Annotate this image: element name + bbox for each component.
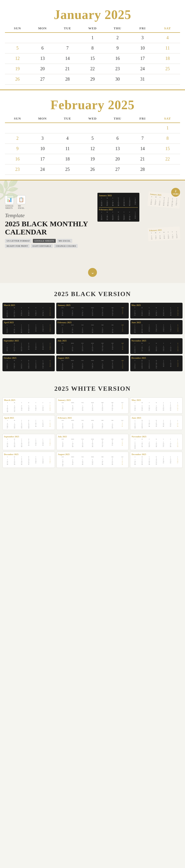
mini-jun-white-grid: SMTWTFS 1234567 891011121314 15161718192… xyxy=(131,420,181,429)
mini-feb-white-title: February 2025 xyxy=(58,416,127,419)
white-row-4: December 2025 SMTWTFS 123456 78910111213… xyxy=(2,452,183,468)
day-cell: 4 xyxy=(55,133,80,144)
promo-tags: US LETTER FORMAT GOOGLE SHEETS MS EXCEL … xyxy=(5,239,90,248)
tag-us-letter: US LETTER FORMAT xyxy=(5,239,32,243)
mini-march-title: March 2025 xyxy=(4,304,54,306)
day-cell: 22 xyxy=(80,64,105,74)
mini-dec1-white-grid: SMTWTFS 123456 78910111213 1415161718192… xyxy=(4,456,54,465)
mini-cal-dec-black: December 2025 SMTWTFS 123456 78910111213… xyxy=(130,355,183,371)
mini-cal-aug-black: August 2025 SUNMONTUEWEDTHUFRISAT 12 345… xyxy=(56,355,128,371)
black-row-1: March 2025 SMTWTFS 1 2345678 91011121314… xyxy=(2,303,183,318)
promo-section: 🌿 📊 GOOGLESHEETS 📋 MSEXCEL Template 2025… xyxy=(0,181,185,264)
mini-cal-dec2-white: December 2025 SMTWTFS 123456 78910111213… xyxy=(130,452,183,468)
mini-apr-grid: SMTWTFS 12345 6789101112 13141516171819 … xyxy=(4,324,54,333)
day-cell: 20 xyxy=(30,64,55,74)
day-cell: 25 xyxy=(55,164,80,175)
mini-nov-white-grid: SMTWTFS 1 2345678 9101112131415 16171819… xyxy=(131,439,181,449)
mini-may-grid: SMTWTFS 123 45678910 11121314151617 1819… xyxy=(131,307,181,316)
day-cell: 10 xyxy=(130,43,155,54)
white-row-3: September 2025 SMTWTFS 123456 7891011121… xyxy=(2,434,183,450)
col-tue: TUE xyxy=(55,115,80,123)
mini-nov-grid: SMTWTFS 1 2345678 9101112131415 16171819… xyxy=(131,343,181,353)
mini-cal-may-white: May 2025 SMTWTFS 123 45678910 1112131415… xyxy=(130,397,183,414)
mini-cal-nov-white: November 2025 SMTWTFS 1 2345678 91011121… xyxy=(130,434,183,450)
day-cell: 15 xyxy=(80,54,105,64)
day-cell xyxy=(5,123,30,133)
day-cell: 3 xyxy=(30,133,55,144)
day-cell xyxy=(105,123,130,133)
white-mini-calendars: March 2025 SMTWTFS 1 2345678 91011121314… xyxy=(0,397,185,474)
mini-jul-title: July 2025 xyxy=(58,339,127,342)
day-cell: 23 xyxy=(105,64,130,74)
mini-sep-white-grid: SMTWTFS 123456 78910111213 1415161718192… xyxy=(4,439,54,447)
col-sat: SAT xyxy=(155,115,180,123)
day-cell: 11 xyxy=(55,144,80,154)
col-thu: THU xyxy=(105,115,130,123)
mini-jan-title: January 2025 xyxy=(58,304,127,306)
day-cell: 1 xyxy=(80,33,105,43)
col-thu: THU xyxy=(105,24,130,33)
day-cell: 28 xyxy=(130,164,155,175)
mini-march-white-title: March 2025 xyxy=(4,399,54,401)
mini-jan-white-grid: SUNMONTUEWEDTHUFRISAT 1234 567891011 121… xyxy=(58,402,127,411)
day-cell xyxy=(155,74,180,85)
mini-cal-nov-black: November 2025 SMTWTFS 1 2345678 91011121… xyxy=(130,338,183,354)
mini-cal-sep-white: September 2025 SMTWTFS 123456 7891011121… xyxy=(2,434,55,450)
day-cell: 21 xyxy=(55,64,80,74)
ms-excel-label: MSEXCEL xyxy=(18,205,24,209)
google-sheets-label: GOOGLESHEETS xyxy=(5,205,13,209)
day-cell: 18 xyxy=(55,154,80,164)
mini-jul-white-title: July 2025 xyxy=(58,435,127,438)
mini-jan-grid: SUNMONTUEWEDTHUFRISAT 1234 567891011 121… xyxy=(58,307,127,316)
day-cell: 24 xyxy=(30,164,55,175)
day-cell: 29 xyxy=(80,74,105,85)
scroll-down-button[interactable]: ⌄ xyxy=(88,268,97,277)
day-cell: 24 xyxy=(130,64,155,74)
day-cell: 13 xyxy=(105,144,130,154)
january-calendar: January 2025 SUN MON TUE WED THU FRI SAT… xyxy=(0,0,185,90)
mini-sep-grid: SMTWTFS 123456 78910111213 1415161718192… xyxy=(4,343,54,351)
mini-feb-title: February 2025 xyxy=(58,321,127,324)
col-wed: WED xyxy=(80,24,105,33)
mini-dec1-white-title: December 2025 xyxy=(4,453,54,456)
col-sat: SAT xyxy=(155,24,180,33)
day-cell: 13 xyxy=(30,54,55,64)
black-row-3: September 2025 SMTWTFS 123456 7891011121… xyxy=(2,338,183,354)
mini-apr-title: April 2025 xyxy=(4,321,54,324)
mini-march-white-grid: SMTWTFS 1 2345678 9101112131415 16171819… xyxy=(4,402,54,412)
mini-cal-aug-white: August 2025 SUNMONTUEWEDTHUFRISAT 12 345… xyxy=(57,452,129,468)
mini-cal-sep-black: September 2025 SMTWTFS 123456 7891011121… xyxy=(2,338,55,354)
mini-sep-title: September 2025 xyxy=(4,339,54,342)
day-cell: 28 xyxy=(55,74,80,85)
mini-jul-white-grid: SUNMONTUEWEDTHUFRISAT 12345 6789101112 1… xyxy=(58,439,127,447)
january-grid: SUN MON TUE WED THU FRI SAT 123456789101… xyxy=(5,24,180,85)
mini-cal-jan-white: January 2025 SUNMONTUEWEDTHUFRISAT 1234 … xyxy=(57,397,129,414)
day-cell xyxy=(80,123,105,133)
mini-jun-title: June 2025 xyxy=(131,321,181,324)
day-cell: 16 xyxy=(105,54,130,64)
mini-dec2-white-title: December 2025 xyxy=(131,453,181,456)
day-cell: 20 xyxy=(105,154,130,164)
day-cell: 26 xyxy=(80,164,105,175)
black-row-4: October 2025 SMTWTFS 1234 567891011 1213… xyxy=(2,355,183,371)
day-cell: 7 xyxy=(55,43,80,54)
day-cell: 9 xyxy=(105,43,130,54)
day-cell: 6 xyxy=(105,133,130,144)
day-cell: 19 xyxy=(5,64,30,74)
mini-apr-white-title: April 2025 xyxy=(4,416,54,419)
mini-nov-title: November 2025 xyxy=(131,339,181,342)
day-cell xyxy=(5,33,30,43)
promo-left: 📊 GOOGLESHEETS 📋 MSEXCEL Template 2025 B… xyxy=(5,195,90,249)
day-cell xyxy=(155,164,180,175)
white-row-1: March 2025 SMTWTFS 1 2345678 91011121314… xyxy=(2,397,183,414)
promo-main-title: 2025 BLACK MONTHLY CALENDAR xyxy=(5,220,90,236)
day-cell: 23 xyxy=(5,164,30,175)
mini-cal-feb-white: February 2025 SUNMONTUEWEDTHUFRISAT 1 23… xyxy=(57,415,129,430)
day-cell: 9 xyxy=(5,144,30,154)
day-cell: 18 xyxy=(155,54,180,64)
day-cell: 6 xyxy=(30,43,55,54)
day-cell: 27 xyxy=(105,164,130,175)
mini-may-white-grid: SMTWTFS 123 45678910 11121314151617 1819… xyxy=(131,402,181,411)
mini-oct-title: October 2025 xyxy=(4,357,54,359)
scroll-btn-container: ⌄ xyxy=(0,264,185,283)
